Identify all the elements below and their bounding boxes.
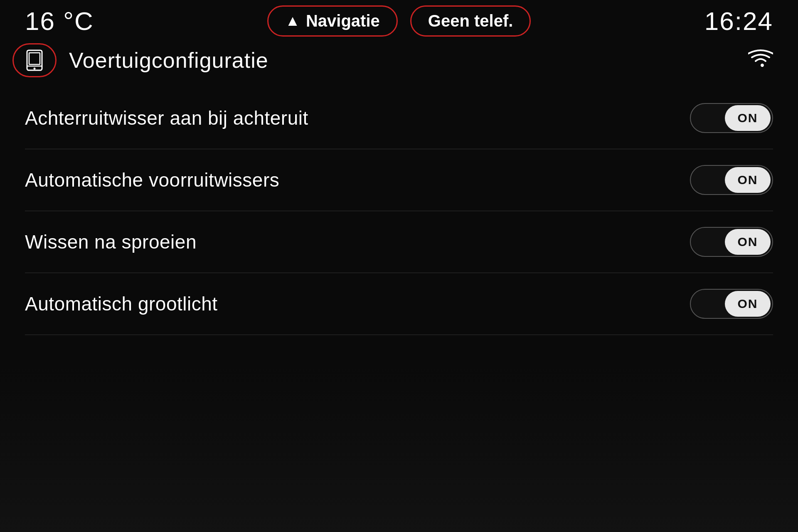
- setting-row-auto-front-wipers: Automatische voorruitwissers ON: [25, 149, 773, 211]
- phone-label: Geen telef.: [428, 12, 513, 30]
- nav-arrow-icon: ▲: [285, 12, 300, 30]
- clock-display: 16:24: [704, 6, 773, 36]
- temperature-display: 16 °C: [25, 6, 94, 36]
- rear-wiper-toggle-knob: ON: [725, 105, 771, 131]
- navigation-button[interactable]: ▲ Navigatie: [267, 5, 398, 37]
- page-title: Voertuigconfiguratie: [69, 48, 268, 73]
- screen: 16 °C ▲ Navigatie Geen telef. 16:24: [0, 0, 798, 532]
- setting-row-rear-wiper: Achterruitwisser aan bij achteruit ON: [25, 87, 773, 149]
- auto-front-wipers-toggle-label: ON: [738, 173, 758, 187]
- wipe-after-spray-toggle-label: ON: [738, 235, 758, 249]
- svg-point-3: [34, 68, 36, 70]
- config-icon-button[interactable]: [12, 43, 57, 77]
- phone-button[interactable]: Geen telef.: [410, 5, 531, 37]
- top-center-buttons: ▲ Navigatie Geen telef.: [267, 5, 531, 37]
- auto-highbeam-toggle-label: ON: [738, 297, 758, 311]
- navigation-label: Navigatie: [306, 12, 380, 30]
- rear-wiper-toggle-label: ON: [738, 111, 758, 125]
- setting-row-auto-highbeam: Automatisch grootlicht ON: [25, 273, 773, 335]
- top-bar: 16 °C ▲ Navigatie Geen telef. 16:24: [0, 0, 798, 42]
- auto-highbeam-toggle-knob: ON: [725, 291, 771, 317]
- wipe-after-spray-toggle[interactable]: ON: [690, 227, 773, 257]
- auto-front-wipers-toggle-knob: ON: [725, 167, 771, 193]
- auto-highbeam-label: Automatisch grootlicht: [25, 293, 218, 315]
- wipe-after-spray-label: Wissen na sproeien: [25, 231, 197, 253]
- svg-rect-1: [29, 53, 40, 64]
- settings-list: Achterruitwisser aan bij achteruit ON Au…: [0, 87, 798, 335]
- wipe-after-spray-toggle-knob: ON: [725, 229, 771, 255]
- setting-row-wipe-after-spray: Wissen na sproeien ON: [25, 211, 773, 273]
- subtitle-bar: Voertuigconfiguratie: [0, 42, 798, 79]
- auto-front-wipers-label: Automatische voorruitwissers: [25, 169, 279, 191]
- rear-wiper-label: Achterruitwisser aan bij achteruit: [25, 107, 308, 129]
- vehicle-config-icon: [24, 49, 45, 71]
- auto-highbeam-toggle[interactable]: ON: [690, 289, 773, 319]
- wifi-icon: [748, 49, 773, 72]
- rear-wiper-toggle[interactable]: ON: [690, 103, 773, 133]
- subtitle-left: Voertuigconfiguratie: [12, 43, 268, 77]
- auto-front-wipers-toggle[interactable]: ON: [690, 165, 773, 195]
